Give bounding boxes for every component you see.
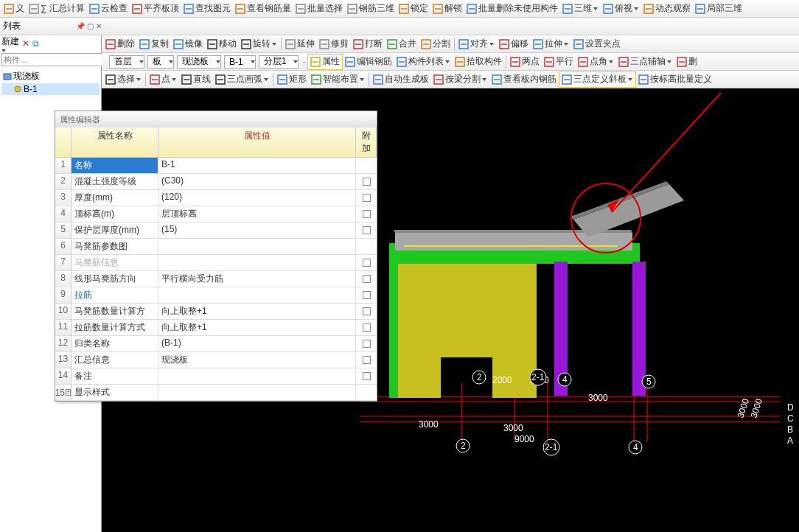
toolbar-button[interactable]: 动态观察 — [641, 1, 693, 17]
toolbar-button[interactable]: 按标高批量定义 — [636, 71, 714, 88]
prop-extra-checkbox[interactable] — [356, 368, 377, 385]
toolbar-button[interactable]: 构件列表 — [394, 54, 453, 70]
toolbar-button[interactable]: 拾取构件 — [453, 54, 504, 70]
toolbar-button[interactable]: 拉伸 — [531, 36, 571, 52]
toolbar-button[interactable]: 两点 — [508, 54, 542, 70]
row-number[interactable]: 4 — [55, 206, 71, 223]
prop-value[interactable]: 平行横向受力筋 — [158, 271, 356, 287]
prop-name[interactable]: 汇总信息 — [71, 352, 158, 368]
toolbar-button[interactable]: 旋转 — [239, 36, 279, 52]
toolbar-button[interactable]: 镜像 — [171, 36, 205, 52]
toolbar-button[interactable]: 解锁 — [430, 1, 464, 17]
prop-value[interactable]: 向上取整+1 — [158, 304, 356, 320]
toolbar-button[interactable]: 打断 — [351, 36, 385, 52]
prop-extra-checkbox[interactable] — [356, 206, 377, 223]
prop-value[interactable]: (15) — [158, 223, 356, 239]
toolbar-button[interactable]: 三点画弧 — [213, 71, 271, 88]
prop-extra-checkbox[interactable] — [356, 255, 377, 271]
row-number[interactable]: 1 — [55, 158, 71, 174]
toolbar-button[interactable]: 自动生成板 — [371, 71, 431, 88]
prop-extra-checkbox[interactable] — [356, 320, 377, 336]
prop-name[interactable]: 顶标高(m) — [71, 206, 158, 223]
row-number[interactable]: 3 — [55, 190, 71, 206]
row-number[interactable]: 2 — [55, 174, 71, 190]
delete-icon[interactable]: ✕ — [22, 38, 29, 49]
selector-combo[interactable]: 首层 — [109, 55, 144, 69]
row-number[interactable]: 14 — [55, 368, 71, 385]
prop-name[interactable]: 马凳筋信息 — [71, 255, 158, 271]
prop-value[interactable] — [158, 239, 356, 255]
toolbar-button[interactable]: 智能布置 — [309, 71, 367, 88]
property-editor-title[interactable]: 属性编辑器 — [55, 111, 377, 127]
prop-value[interactable]: 现浇板 — [158, 352, 356, 368]
tree-node[interactable]: B-1 — [1, 83, 100, 95]
prop-name[interactable]: 显示样式 — [71, 385, 158, 401]
toolbar-button[interactable]: 俯视 — [601, 1, 641, 17]
toolbar-button[interactable]: 查看板内钢筋 — [489, 71, 559, 88]
toolbar-button[interactable]: 对齐 — [456, 36, 497, 52]
prop-name[interactable]: 归类名称 — [71, 336, 158, 352]
prop-value[interactable]: 层顶标高 — [158, 206, 356, 223]
toolbar-button[interactable]: 三点辅轴 — [616, 54, 674, 70]
toolbar-button[interactable]: 点角 — [576, 54, 616, 70]
toolbar-button[interactable]: 平齐板顶 — [130, 1, 181, 17]
row-number[interactable]: 12 — [55, 336, 71, 352]
prop-extra-checkbox[interactable] — [356, 287, 377, 304]
row-number[interactable]: 6 — [55, 239, 71, 255]
toolbar-button[interactable]: 锁定 — [397, 1, 430, 17]
prop-value[interactable] — [158, 287, 356, 304]
prop-extra-checkbox[interactable] — [356, 239, 377, 255]
prop-value[interactable] — [158, 255, 356, 271]
prop-extra-checkbox[interactable] — [356, 336, 377, 352]
copy-icon[interactable]: ⧉ — [32, 38, 39, 49]
toolbar-button[interactable]: 按梁分割 — [431, 71, 489, 88]
row-number[interactable]: 15+ — [55, 385, 71, 401]
selector-combo[interactable]: 分层1 — [259, 55, 299, 69]
selector-combo[interactable]: 现浇板 — [177, 55, 221, 69]
prop-value[interactable]: (B-1) — [158, 336, 356, 352]
prop-name[interactable]: 备注 — [71, 368, 158, 385]
row-number[interactable]: 13 — [55, 352, 71, 368]
toolbar-button[interactable]: 选择 — [103, 71, 144, 88]
toolbar-button[interactable]: 删 — [674, 54, 699, 70]
toolbar-button[interactable]: 局部三维 — [693, 1, 744, 17]
toolbar-button[interactable]: 编辑钢筋 — [343, 54, 394, 70]
prop-value[interactable]: (120) — [158, 190, 356, 206]
prop-name[interactable]: 名称 — [71, 158, 158, 174]
prop-extra-checkbox[interactable] — [356, 385, 377, 401]
toolbar-button[interactable]: 批量删除未使用构件 — [464, 1, 560, 17]
toolbar-button[interactable]: 批量选择 — [293, 1, 345, 17]
prop-name[interactable]: 拉筋数量计算方式 — [71, 320, 158, 336]
toolbar-button[interactable]: 偏移 — [497, 36, 531, 52]
prop-extra-checkbox[interactable] — [356, 304, 377, 320]
toolbar-button[interactable]: 合并 — [385, 36, 419, 52]
selector-combo[interactable]: 板 — [147, 55, 174, 69]
prop-extra-checkbox[interactable] — [356, 174, 377, 190]
prop-name[interactable]: 马凳筋参数图 — [71, 239, 158, 255]
row-number[interactable]: 7 — [55, 255, 71, 271]
selector-combo[interactable]: B-1 — [224, 55, 256, 69]
toolbar-button[interactable]: 义 — [1, 1, 27, 17]
toolbar-button[interactable]: 平行 — [542, 54, 576, 70]
pin-icon[interactable]: 📌 ▢ ✕ — [76, 22, 102, 30]
row-number[interactable]: 11 — [55, 320, 71, 336]
prop-value[interactable]: B-1 — [158, 158, 356, 174]
toolbar-button[interactable]: 设置夹点 — [571, 36, 623, 52]
toolbar-button[interactable]: 删除 — [103, 36, 137, 52]
prop-value[interactable]: 向上取整+1 — [158, 320, 356, 336]
row-number[interactable]: 10 — [55, 304, 71, 320]
toolbar-button[interactable]: 移动 — [205, 36, 239, 52]
prop-name[interactable]: 保护层厚度(mm) — [71, 223, 158, 239]
toolbar-button[interactable]: 云检查 — [87, 1, 130, 17]
toolbar-button[interactable]: 三点定义斜板 — [559, 71, 636, 88]
toolbar-button[interactable]: 点 — [147, 71, 179, 88]
prop-name[interactable]: 线形马凳筋方向 — [71, 271, 158, 287]
row-number[interactable]: 8 — [55, 271, 71, 287]
prop-value[interactable]: (C30) — [158, 174, 356, 190]
toolbar-button[interactable]: ∑ 汇总计算 — [27, 1, 87, 17]
toolbar-button[interactable]: 属性 — [307, 54, 343, 70]
toolbar-button[interactable]: 钢筋三维 — [345, 1, 397, 17]
toolbar-button[interactable]: 修剪 — [317, 36, 351, 52]
prop-value[interactable] — [158, 368, 356, 385]
property-editor[interactable]: 属性编辑器 属性名称属性值附加1名称B-12混凝土强度等级(C30)3厚度(mm… — [55, 111, 377, 402]
